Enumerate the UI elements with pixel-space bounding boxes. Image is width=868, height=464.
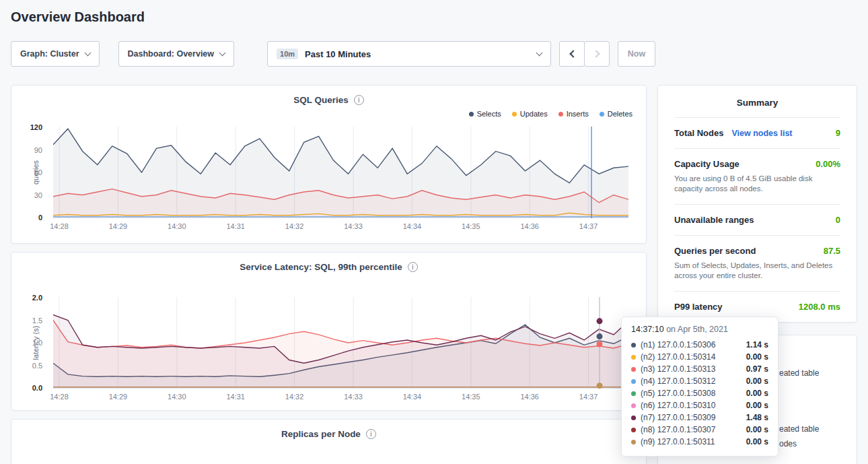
event-item-fragment: eated table	[779, 368, 819, 378]
total-nodes-label: Total Nodes	[674, 128, 723, 138]
capacity-description: You are using 0 B of 4.5 GiB usable disk…	[674, 174, 840, 194]
x-tick-label: 14:30	[157, 222, 197, 230]
legend-dot	[469, 112, 474, 117]
node-color-dot	[631, 355, 636, 360]
summary-row-total-nodes: Total Nodes View nodes list 9	[674, 117, 840, 148]
node-latency-value: 0.00 s	[746, 437, 768, 446]
tooltip-row: (n3) 127.0.0.1:503130.97 s	[631, 363, 768, 375]
x-tick-label: 14:32	[275, 222, 315, 230]
view-nodes-list-link[interactable]: View nodes list	[731, 129, 792, 138]
p99-latency-value: 1208.0 ms	[799, 302, 840, 312]
y-tick-label: 90	[11, 146, 42, 154]
time-range-label: Past 10 Minutes	[305, 49, 371, 59]
chart-canvas[interactable]	[53, 297, 628, 389]
sql-queries-chart-panel: SQL Queries i SelectsUpdatesInsertsDelet…	[11, 85, 647, 244]
node-address-label: (n6) 127.0.0.1:50310	[641, 401, 715, 410]
node-color-dot	[631, 440, 636, 444]
node-latency-value: 0.00 s	[746, 425, 768, 434]
unavailable-ranges-value: 0	[836, 215, 840, 225]
legend-dot	[558, 112, 563, 117]
y-axis-ticks: 0.00.51.01.52.0	[11, 297, 48, 389]
total-nodes-value: 9	[836, 128, 840, 138]
tooltip-row: (n6) 127.0.0.1:503100.00 s	[631, 399, 768, 411]
node-address-label: (n2) 127.0.0.1:50314	[641, 352, 715, 362]
node-address-label: (n5) 127.0.0.1:50308	[641, 389, 715, 398]
legend-label: Updates	[520, 110, 548, 118]
node-address-label: (n3) 127.0.0.1:50313	[641, 364, 715, 374]
node-address-label: (n9) 127.0.0.1:50311	[641, 437, 715, 446]
summary-row-unavailable-ranges: Unavailable ranges 0	[674, 204, 840, 235]
time-next-button	[584, 41, 610, 67]
chevron-left-icon	[569, 50, 577, 57]
y-axis-ticks: 0306090120	[11, 127, 48, 218]
tooltip-row: (n4) 127.0.0.1:503120.00 s	[631, 375, 768, 387]
node-color-dot	[631, 379, 636, 384]
service-latency-chart-panel: Service Latency: SQL, 99th percentile i …	[11, 252, 647, 411]
node-color-dot	[631, 391, 636, 396]
x-tick-label: 14:30	[157, 393, 197, 401]
node-address-label: (n1) 127.0.0.1:50306	[641, 340, 715, 350]
node-latency-value: 1.48 s	[746, 413, 768, 422]
x-tick-label: 14:29	[98, 393, 138, 401]
summary-row-qps: Queries per second 87.5 Sum of Selects, …	[674, 235, 840, 291]
x-axis-ticks: 14:2814:2914:3014:3114:3214:3314:3414:35…	[53, 393, 628, 402]
tooltip-date: on Apr 5th, 2021	[666, 325, 728, 334]
legend-label: Deletes	[608, 110, 632, 118]
node-address-label: (n8) 127.0.0.1:50307	[641, 425, 715, 434]
graph-dropdown[interactable]: Graph: Cluster	[11, 41, 100, 67]
chart-title: SQL Queries	[293, 95, 349, 105]
y-tick-label: 0	[11, 213, 42, 222]
node-color-dot	[631, 428, 636, 432]
tooltip-row: (n5) 127.0.0.1:503080.00 s	[631, 387, 768, 399]
x-tick-label: 14:35	[451, 393, 491, 401]
node-latency-value: 0.00 s	[746, 352, 768, 362]
chevron-right-icon	[592, 50, 600, 57]
y-tick-label: 120	[11, 123, 42, 131]
y-tick-label: 0.0	[11, 384, 42, 392]
summary-row-capacity: Capacity Usage 0.00% You are using 0 B o…	[674, 148, 840, 204]
qps-description: Sum of Selects, Updates, Inserts, and De…	[674, 261, 840, 281]
tooltip-time: 14:37:10	[631, 325, 664, 334]
tooltip-row: (n7) 127.0.0.1:503091.48 s	[631, 411, 768, 424]
capacity-label: Capacity Usage	[674, 159, 739, 169]
x-tick-label: 14:37	[569, 393, 609, 401]
chevron-down-icon	[219, 49, 226, 56]
x-tick-label: 14:31	[215, 393, 256, 401]
x-tick-label: 14:36	[509, 222, 550, 230]
event-item-fragment: eated table	[779, 424, 819, 434]
y-tick-label: 1.5	[11, 317, 42, 325]
node-latency-value: 1.14 s	[746, 340, 768, 350]
chart-canvas[interactable]	[53, 127, 628, 218]
legend-item-inserts: Inserts	[558, 110, 589, 118]
info-icon[interactable]: i	[366, 429, 376, 439]
x-tick-label: 14:35	[451, 222, 491, 230]
unavailable-ranges-label: Unavailable ranges	[674, 215, 754, 225]
time-prev-button[interactable]	[559, 41, 585, 67]
chart-plot-area: latency (s) 0.00.51.01.52.0 14:2814:2914…	[11, 297, 646, 411]
dashboard-dropdown[interactable]: Dashboard: Overview	[118, 41, 235, 67]
tooltip-header: 14:37:10 on Apr 5th, 2021	[631, 325, 768, 334]
info-icon[interactable]: i	[408, 262, 418, 272]
x-tick-label: 14:34	[392, 393, 432, 401]
y-tick-label: 60	[11, 168, 42, 176]
x-tick-label: 14:33	[333, 393, 373, 401]
chart-title: Service Latency: SQL, 99th percentile	[240, 262, 402, 272]
info-icon[interactable]: i	[354, 95, 364, 105]
chart-title-row: Replicas per Node i	[11, 420, 646, 439]
legend-dot	[600, 112, 604, 117]
x-tick-label: 14:28	[39, 222, 79, 230]
qps-label: Queries per second	[674, 246, 756, 256]
time-range-badge: 10m	[277, 48, 298, 59]
chart-title-row: SQL Queries i	[11, 86, 646, 105]
node-latency-value: 0.00 s	[746, 389, 768, 398]
legend-dot	[512, 112, 517, 117]
now-button[interactable]: Now	[618, 41, 655, 67]
time-pager	[559, 41, 610, 67]
tooltip-row: (n1) 127.0.0.1:503061.14 s	[631, 339, 768, 351]
legend-item-selects: Selects	[469, 110, 501, 118]
node-color-dot	[631, 403, 636, 408]
dashboard-dropdown-label: Dashboard: Overview	[128, 49, 215, 59]
time-range-selector[interactable]: 10m Past 10 Minutes	[267, 41, 551, 67]
x-tick-label: 14:36	[509, 393, 550, 401]
summary-title: Summary	[674, 86, 840, 117]
